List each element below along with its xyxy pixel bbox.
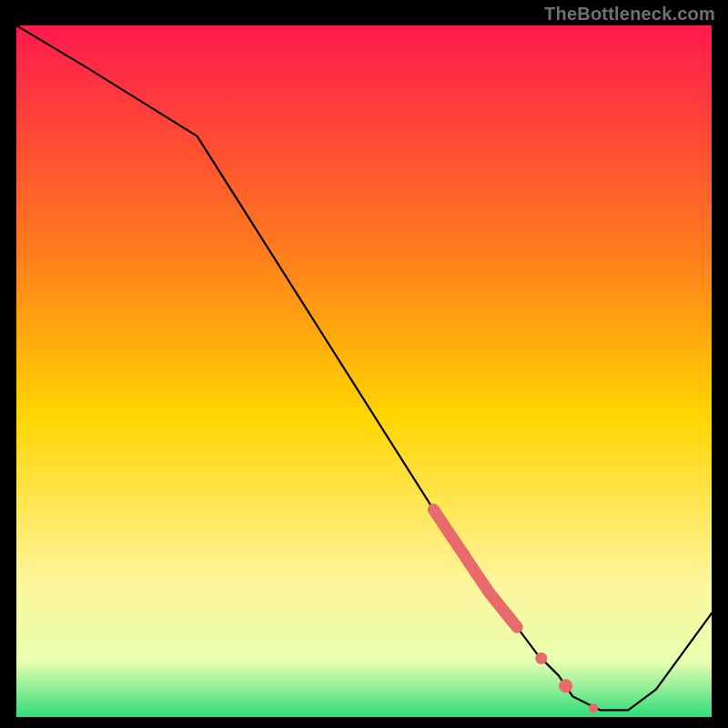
gradient-background [16,25,712,717]
highlight-dot [535,652,547,664]
plot-area [16,25,712,717]
bottleneck-chart-svg [16,25,712,717]
highlight-dot [559,679,572,693]
watermark-text: TheBottleneck.com [544,4,715,25]
chart-frame: TheBottleneck.com [0,0,728,728]
highlight-dot [589,703,598,713]
